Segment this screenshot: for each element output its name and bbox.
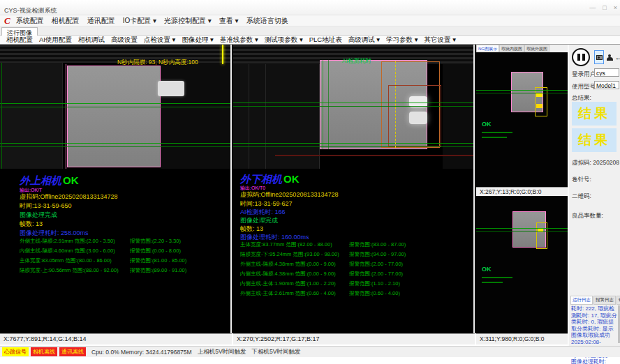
tool-baseline-params[interactable]: 基准线参数 ▾ (220, 36, 258, 45)
measure-row: 外侧主线-主体:2.61mm 范围:(0.60 - 4.00) (240, 290, 336, 297)
measure-row: 主体宽度:83.77mm 范围:(82.00 - 88.00) (240, 241, 332, 248)
tab-ng-display[interactable]: NG图展示 (476, 45, 499, 52)
bright-reflection-2 (409, 112, 427, 124)
ai-elapsed-label: AI检测耗时 (342, 57, 371, 66)
tab-defect-outer[interactable]: 瑕疵外观图 (524, 45, 549, 52)
measure-line-h3 (233, 143, 475, 144)
alarm-range: 报警范围:(2.00 - 77.00) (349, 261, 403, 268)
machine-dark-area (443, 64, 475, 169)
toolbar: 相机配置 AI使用配置 相机调试 高级设置 点检设置 ▾ 图像处理 ▾ 基准线参… (0, 36, 620, 45)
image-icon (596, 55, 603, 60)
menu-comm-config[interactable]: 通讯配置 (87, 16, 115, 26)
alarm-range: 报警范围:(81.00 - 85.00) (130, 257, 186, 264)
minimize-button[interactable]: — (589, 4, 596, 11)
thumbnail-view-bottom[interactable]: OK (476, 196, 568, 333)
menu-camera-config[interactable]: 相机配置 (52, 16, 80, 26)
tool-image-processing[interactable]: 图像处理 ▾ (182, 36, 213, 45)
close-button[interactable]: × (614, 4, 617, 11)
measure-line-h3 (0, 143, 232, 144)
result-box-upper: 结果 (572, 102, 617, 126)
camera-view-upper[interactable]: N秒内隔膜: 93; N秒内高度:100 外上相机OK 输出:OK/T 虚拟码:… (0, 45, 232, 333)
trigger-marker-line (222, 45, 223, 64)
barcode-label: 虚拟码:Offline20250208133134728 (20, 192, 117, 202)
thumb-ok-label: OK (482, 121, 492, 128)
tool-learning-params[interactable]: 学习参数 ▾ (386, 36, 418, 45)
menu-io-config[interactable]: IO卡配置 ▾ (123, 16, 156, 26)
menu-language-switch[interactable]: 系统语言切换 (246, 16, 288, 26)
login-user-field[interactable]: cys (594, 68, 619, 77)
tool-advanced-debug[interactable]: 高级调试 ▾ (348, 36, 380, 45)
title-bar: CYS-视觉检测系统 — □ × (0, 0, 620, 15)
virtual-code-label: 虚拟码: 20250208 (572, 159, 619, 167)
needle-number-label: 卷针号: (572, 176, 591, 184)
measure-row: 内侧主线-隔膜:4.60mm 范围:(3.00 - 6.00) (20, 248, 115, 255)
measure-row: 隔膜宽度-下:95.24mm 范围:(93.00 - 98.00) (240, 251, 339, 258)
machine-dark-area (161, 63, 232, 169)
tool-advanced-settings[interactable]: 高级设置 (111, 36, 138, 45)
measure-line-vertical (66, 64, 66, 169)
measure-row: 外侧主线-隔膜:4.38mm 范围:(0.00 - 9.00) (240, 261, 336, 268)
thumbnail-column: NG图展示 瑕疵内观图 瑕疵外观图 OK X:267;Y:13;R:0;G:0;… (476, 45, 568, 333)
thumb-ok-label: OK (482, 266, 492, 273)
pause-button[interactable] (572, 48, 590, 66)
result-ok-label: OK (63, 174, 79, 186)
thumb-roi-yellow (535, 87, 547, 116)
image-view-button[interactable] (594, 50, 604, 64)
menu-light-config[interactable]: 光源控制配置 ▾ (164, 16, 212, 26)
tool-plc-address-table[interactable]: PLC地址表 (309, 36, 342, 45)
thumbnail-view-top[interactable]: OK (476, 52, 568, 187)
tool-camera-config[interactable]: 相机配置 (6, 36, 33, 45)
tab-strip: 运行图像 (0, 26, 620, 36)
thumb-line-2 (476, 231, 568, 232)
thumb-line-1 (476, 228, 568, 229)
tool-ai-config[interactable]: AI使用配置 (39, 36, 72, 45)
app-window: CYS-视觉检测系统 — □ × C 系统配置 相机配置 通讯配置 IO卡配置 … (0, 0, 620, 364)
log-tab-strip: 运行日志 报警日志 错误日志 (570, 296, 620, 305)
lower-camera-trigger-status: 下相机5V时间触发 (252, 348, 301, 356)
tab-defect-inner[interactable]: 瑕疵内观图 (499, 45, 524, 52)
tab-run-image[interactable]: 运行图像 (1, 27, 38, 36)
measure-line-v2 (328, 60, 329, 149)
alarm-range: 报警范围:(0.60 - 4.00) (349, 290, 400, 297)
machine-dark-panel (233, 64, 320, 169)
pixel-coord-bar-left: X:7677;Y:891;R:14;G:14;B:14 (0, 333, 232, 344)
arrow-left-icon: ← (615, 54, 620, 61)
measure-row: 内侧主线-隔膜:4.38mm 范围:(0.00 - 9.00) (240, 271, 336, 278)
person-icon (607, 54, 613, 61)
menu-view[interactable]: 查看 ▾ (219, 16, 239, 26)
camera-name-label: 外下相机 (240, 173, 282, 185)
maximize-button[interactable]: □ (603, 4, 606, 11)
thumb-line-2 (476, 93, 568, 93)
back-button[interactable]: ← (614, 50, 620, 64)
alarm-range: 报警范围:(0.00 - 8.00) (130, 248, 181, 255)
thumb-text-line (482, 132, 512, 133)
measure-line-h2 (0, 107, 232, 107)
tab-error-log[interactable]: 错误日志 (617, 296, 620, 305)
login-user-label: 登录用户: (572, 70, 597, 79)
result-box-lower: 结果 (572, 128, 617, 152)
model-field[interactable]: Model1 (594, 81, 619, 89)
tool-other-settings[interactable]: 其它设置 ▾ (425, 36, 456, 45)
yield-count-label: 良品率数量: (572, 212, 603, 220)
measure-line-h4 (0, 146, 232, 147)
alarm-range: 报警范围:(89.00 - 91.00) (130, 267, 186, 274)
alarm-range: 报警范围:(1.10 - 2.10) (349, 280, 400, 287)
alarm-range: 报警范围:(83.00 - 87.00) (349, 241, 406, 248)
thumb-tab-strip: NG图展示 瑕疵内观图 瑕疵外观图 (476, 45, 568, 52)
operator-button[interactable] (605, 50, 614, 64)
measure-line-h2 (233, 106, 475, 107)
tool-spotcheck-settings[interactable]: 点检设置 ▾ (144, 36, 175, 45)
tab-run-log[interactable]: 运行日志 (570, 296, 593, 305)
camera-name-label: 外上相机 (20, 174, 61, 186)
tool-test-params[interactable]: 测试项参数 ▾ (265, 36, 303, 45)
measure-line-h4 (233, 146, 475, 147)
control-panel: ← 登录用户: cys 使用型号: Model1 总结果: 结果 结果 虚拟码:… (568, 45, 620, 346)
pixel-coord-bar-thumb-bottom: X:311;Y:980;R:0;G:0;B:0 (476, 333, 568, 344)
connector-tab (158, 81, 184, 96)
tool-camera-debug[interactable]: 相机调试 (78, 36, 105, 45)
menu-system-config[interactable]: 系统配置 (16, 16, 44, 26)
tab-alarm-log[interactable]: 报警日志 (593, 296, 616, 305)
thumb-text-line (482, 277, 512, 278)
camera-view-lower[interactable]: AI检测耗时 外下相机OK 输出:OK/T0 虚拟码:Offline202502… (233, 45, 475, 333)
machine-dark-panel (0, 63, 63, 169)
